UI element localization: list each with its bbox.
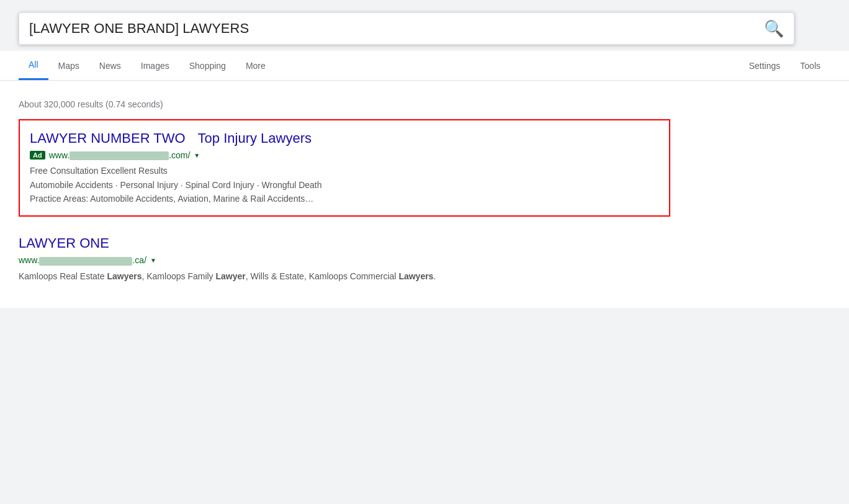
ad-desc-line2: Automobile Accidents · Personal Injury ·… <box>30 178 659 192</box>
organic-url: www..ca/ <box>19 255 146 265</box>
url-redacted-org <box>39 257 132 266</box>
search-icon[interactable]: 🔍 <box>764 19 784 38</box>
ad-desc-line1: Free Consultation Excellent Results <box>30 164 659 178</box>
dropdown-icon[interactable]: ▼ <box>194 152 200 159</box>
nav-tabs: All Maps News Images Shopping More Setti… <box>0 51 849 81</box>
search-input[interactable] <box>29 20 764 37</box>
organic-result: LAWYER ONE www..ca/ ▼ Kamloops Real Esta… <box>19 235 670 283</box>
ad-secondary-title: Top Injury Lawyers <box>198 130 312 146</box>
tab-tools[interactable]: Tools <box>790 52 830 79</box>
ad-title-row: LAWYER NUMBER TWO Top Injury Lawyers <box>30 130 659 146</box>
organic-title[interactable]: LAWYER ONE <box>19 235 670 251</box>
tab-maps[interactable]: Maps <box>48 52 89 79</box>
tab-images[interactable]: Images <box>131 52 179 79</box>
ad-url-row: Ad www..com/ ▼ <box>30 150 659 160</box>
search-box[interactable]: 🔍 <box>19 12 794 45</box>
ad-main-title[interactable]: LAWYER NUMBER TWO <box>30 130 186 146</box>
tab-settings[interactable]: Settings <box>739 52 791 79</box>
tab-news[interactable]: News <box>89 52 131 79</box>
organic-url-row: www..ca/ ▼ <box>19 255 670 265</box>
tab-all[interactable]: All <box>19 51 48 80</box>
main-content: About 320,000 results (0.74 seconds) LAW… <box>0 81 849 308</box>
tab-more[interactable]: More <box>236 52 276 79</box>
ad-result: LAWYER NUMBER TWO Top Injury Lawyers Ad … <box>19 119 670 217</box>
ad-badge: Ad <box>30 151 45 160</box>
ad-desc-line3: Practice Areas: Automobile Accidents, Av… <box>30 192 659 205</box>
ad-url: www..com/ <box>49 150 191 160</box>
tab-shopping[interactable]: Shopping <box>179 52 236 79</box>
results-info: About 320,000 results (0.74 seconds) <box>19 93 830 119</box>
organic-dropdown-icon[interactable]: ▼ <box>150 257 156 264</box>
organic-desc: Kamloops Real Estate Lawyers, Kamloops F… <box>19 269 670 283</box>
url-redacted <box>70 151 169 160</box>
